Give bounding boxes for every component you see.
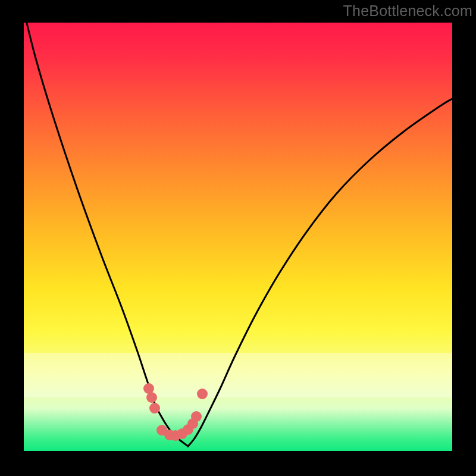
data-dot [149,403,160,414]
left-curve [24,23,188,446]
watermark-text: TheBottleneck.com [343,2,472,20]
chart-frame: TheBottleneck.com [0,0,476,476]
curves-svg [24,23,452,451]
data-dot [197,389,208,399]
data-dot [191,411,202,422]
right-curve [188,99,452,446]
plot-area [24,23,452,451]
data-dot [146,392,157,403]
